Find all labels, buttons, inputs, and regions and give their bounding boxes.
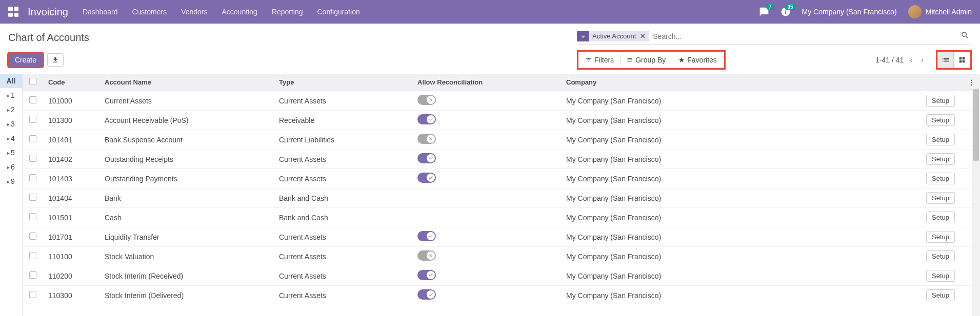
reconciliation-toggle[interactable] — [417, 231, 436, 241]
kanban-view-button[interactable] — [954, 52, 970, 68]
cell-company: My Company (San Francisco) — [561, 130, 848, 150]
side-tab-5[interactable]: ▸5 — [0, 145, 22, 160]
pager-range[interactable]: 1-41 / 41 — [875, 56, 904, 64]
cell-name: Liquidity Transfer — [99, 227, 274, 247]
apps-icon[interactable] — [8, 7, 18, 17]
reconciliation-toggle[interactable] — [417, 250, 436, 261]
nav-reporting[interactable]: Reporting — [272, 8, 303, 16]
accounts-table: Code Account Name Type Allow Reconciliat… — [23, 74, 980, 305]
reconciliation-toggle[interactable] — [417, 114, 436, 124]
table-row[interactable]: 101701Liquidity TransferCurrent AssetsMy… — [23, 227, 980, 247]
table-row[interactable]: 110100Stock ValuationCurrent AssetsMy Co… — [23, 247, 980, 266]
reconciliation-toggle[interactable] — [417, 134, 436, 144]
pager-next[interactable]: › — [919, 53, 926, 67]
import-button[interactable] — [47, 53, 64, 67]
scrollbar[interactable] — [972, 74, 980, 316]
reconciliation-toggle[interactable] — [417, 270, 436, 280]
setup-button[interactable]: Setup — [926, 153, 955, 165]
table-row[interactable]: 101403Outstanding PaymentsCurrent Assets… — [23, 169, 980, 188]
nav-configuration[interactable]: Configuration — [317, 8, 359, 16]
reconciliation-toggle[interactable] — [417, 95, 436, 105]
table-row[interactable]: 101501CashBank and CashMy Company (San F… — [23, 208, 980, 227]
setup-button[interactable]: Setup — [926, 270, 955, 282]
table-row[interactable]: 101000Current AssetsCurrent AssetsMy Com… — [23, 91, 980, 111]
cell-type: Bank and Cash — [274, 188, 412, 208]
setup-button[interactable]: Setup — [926, 212, 955, 223]
th-code[interactable]: Code — [43, 74, 99, 91]
cell-code: 110200 — [43, 266, 99, 286]
cell-name: Stock Interim (Received) — [99, 266, 274, 286]
company-switcher[interactable]: My Company (San Francisco) — [802, 8, 897, 16]
row-checkbox[interactable] — [29, 271, 36, 279]
reconciliation-toggle[interactable] — [417, 153, 436, 163]
facet-remove[interactable]: ✕ — [639, 31, 649, 41]
search-input[interactable] — [653, 30, 958, 43]
nav-customers[interactable]: Customers — [132, 8, 167, 16]
view-switcher — [936, 50, 972, 70]
facet-label: Active Account — [589, 31, 639, 41]
side-tab-4[interactable]: ▸4 — [0, 131, 22, 145]
activities-icon[interactable]: 35 — [781, 7, 791, 17]
nav-dashboard[interactable]: Dashboard — [83, 8, 118, 16]
setup-button[interactable]: Setup — [926, 231, 955, 243]
row-checkbox[interactable] — [29, 233, 36, 240]
user-menu[interactable]: Mitchell Admin — [908, 5, 972, 18]
side-tab-3[interactable]: ▸3 — [0, 117, 22, 131]
th-name[interactable]: Account Name — [99, 74, 274, 91]
side-tab-all[interactable]: All — [0, 74, 22, 88]
side-tab-6[interactable]: ▸6 — [0, 160, 22, 174]
setup-button[interactable]: Setup — [926, 192, 955, 204]
search-icon[interactable] — [958, 29, 972, 44]
row-checkbox[interactable] — [29, 194, 36, 201]
reconciliation-toggle[interactable] — [417, 173, 436, 183]
table-row[interactable]: 101300Account Receivable (PoS)Receivable… — [23, 111, 980, 130]
cell-company: My Company (San Francisco) — [561, 111, 848, 130]
row-checkbox[interactable] — [29, 252, 36, 259]
setup-button[interactable]: Setup — [926, 289, 955, 301]
row-checkbox[interactable] — [29, 96, 36, 103]
table-row[interactable]: 101404BankBank and CashMy Company (San F… — [23, 188, 980, 208]
cell-type: Current Assets — [274, 247, 412, 266]
side-tab-9[interactable]: ▸9 — [0, 174, 22, 188]
row-checkbox[interactable] — [29, 174, 36, 181]
nav-accounting[interactable]: Accounting — [222, 8, 257, 16]
row-checkbox[interactable] — [29, 155, 36, 162]
row-checkbox[interactable] — [29, 213, 36, 220]
create-button[interactable]: Create — [8, 53, 43, 67]
row-checkbox[interactable] — [29, 116, 36, 123]
table-row[interactable]: 110200Stock Interim (Received)Current As… — [23, 266, 980, 286]
setup-button[interactable]: Setup — [926, 114, 955, 126]
row-checkbox[interactable] — [29, 291, 36, 298]
user-name: Mitchell Admin — [926, 8, 972, 16]
table-row[interactable]: 101402Outstanding ReceiptsCurrent Assets… — [23, 150, 980, 169]
setup-button[interactable]: Setup — [926, 95, 955, 107]
messages-icon[interactable]: 7 — [759, 7, 769, 17]
side-tab-2[interactable]: ▸2 — [0, 102, 22, 117]
th-type[interactable]: Type — [274, 74, 412, 91]
reconciliation-toggle[interactable] — [417, 289, 436, 300]
search-bar: Active Account ✕ — [577, 29, 972, 45]
setup-button[interactable]: Setup — [926, 173, 955, 184]
side-tab-1[interactable]: ▸1 — [0, 88, 22, 102]
cell-code: 101300 — [43, 111, 99, 130]
table-container: Code Account Name Type Allow Reconciliat… — [23, 74, 980, 316]
th-company[interactable]: Company — [561, 74, 848, 91]
list-view-button[interactable] — [937, 52, 954, 68]
groupby-button[interactable]: Group By — [621, 53, 672, 67]
nav-vendors[interactable]: Vendors — [181, 8, 207, 16]
setup-button[interactable]: Setup — [926, 250, 955, 262]
table-row[interactable]: 110300Stock Interim (Delivered)Current A… — [23, 286, 980, 305]
app-brand[interactable]: Invoicing — [28, 6, 68, 18]
row-checkbox[interactable] — [29, 135, 36, 142]
cell-name: Stock Interim (Delivered) — [99, 286, 274, 305]
select-all-checkbox[interactable] — [29, 78, 36, 85]
cell-code: 101402 — [43, 150, 99, 169]
filters-button[interactable]: Filters — [579, 53, 620, 67]
favorites-button[interactable]: Favorites — [672, 53, 723, 67]
cell-name: Current Assets — [99, 91, 274, 111]
setup-button[interactable]: Setup — [926, 134, 955, 145]
th-recon[interactable]: Allow Reconciliation — [412, 74, 561, 91]
cell-type: Current Assets — [274, 150, 412, 169]
pager-prev[interactable]: ‹ — [908, 53, 914, 67]
table-row[interactable]: 101401Bank Suspense AccountCurrent Liabi… — [23, 130, 980, 150]
